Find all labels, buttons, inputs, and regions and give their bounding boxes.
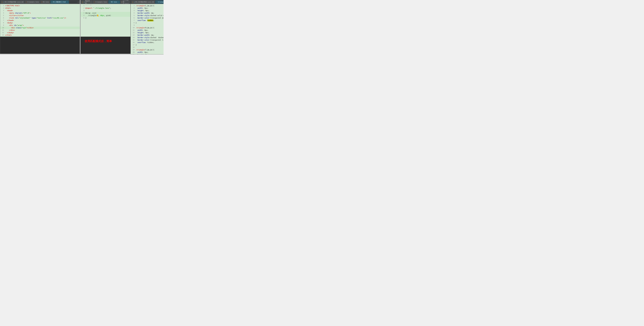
less-icon-bl: □ [156, 1, 157, 3]
code-line-7: 7 </head> [0, 19, 80, 22]
bl-line-3: 3 height: 0px; [131, 9, 164, 12]
bl-line-16: 16 overflow: hidden; [131, 41, 164, 44]
tab-html-top-right[interactable]: □ 03_匹配模式.html [120, 0, 130, 4]
window-controls-tl: — □ [77, 1, 79, 3]
code-line-2: 2 <html> [0, 7, 80, 9]
tab-close-html[interactable]: ✕ [67, 1, 68, 3]
middle-annotation-text: 使用匹配模式后，简单 [84, 39, 126, 43]
md-icon-bl: ★ [134, 1, 135, 3]
less-icon-tr2: □ [110, 1, 110, 3]
md-icon: ★ [4, 1, 4, 3]
bl-line-13: 13 border-width: @w; [131, 34, 164, 36]
bottom-left-code-editor: 1 .triangle(L,@w,@c){ 2 width: 0px; 3 he… [131, 4, 164, 54]
less-icon-tr: □ [94, 1, 95, 3]
bl-line-14: 14 border-style:dashed dashed dashed sol… [131, 36, 164, 39]
top-left-panel: ★ 03_CSS预处理器-Less.md □ triangle.less □ 0… [0, 0, 80, 54]
tr-line-3: 3 [80, 9, 130, 12]
top-right-panel: ★ 03_CSS预处理器-Less.md □ triangle.less □ 0… [80, 0, 130, 54]
bl-line-18: 18 [131, 46, 164, 49]
bl-line-2: 2 width: 0px; [131, 7, 164, 9]
bl-line-17: 17 } [131, 44, 164, 46]
bl-line-9: 9 [131, 24, 164, 26]
md-icon-tr: ★ [84, 1, 84, 3]
bl-line-6: 6 border-color:transparent @c transparen… [131, 17, 164, 19]
code-line-6: 6 <link rel="stylesheet" type="text/css"… [0, 17, 80, 19]
code-line-10: 10 <div class="sjx"></div> [0, 26, 80, 29]
html-icon: □ [52, 1, 52, 3]
code-line-1: 1 <!DOCTYPE html> [0, 4, 80, 7]
tr-line-2: 2 @import "./triangle.less"; [80, 7, 130, 9]
bl-line-8: 8 } [131, 22, 164, 24]
tab-triangle-top-right[interactable]: □ triangle.less [93, 0, 108, 4]
bl-line-1: 1 .triangle(L,@w,@c){ [131, 4, 164, 7]
main-container: ★ 03_CSS预处理器-Less.md □ triangle.less □ 0… [0, 0, 164, 54]
less-icon-2: □ [42, 1, 42, 3]
bl-line-5: 5 border-style:dashed solid dashed dashe… [131, 14, 164, 17]
bl-line-10: 10 .triangle(R,@w,@c){ [131, 26, 164, 29]
tab-html-top-left[interactable]: □ 03_匹配模式.html ✕ [50, 0, 69, 4]
bottom-row: ★ 03_CSS预处理器-Less.md □ triangle.less ✕ □… [130, 0, 164, 54]
bl-line-4: 4 border-width: @w; [131, 12, 164, 14]
tab-md-bl[interactable]: ★ 03_CSS预处理器-Less.md [131, 0, 155, 4]
tab-md-top-right[interactable]: ★ 03_CSS预处理器-Less.md [81, 0, 92, 4]
top-right-tab-bar: ★ 03_CSS预处理器-Less.md □ triangle.less □ 0… [80, 0, 130, 4]
top-row: ★ 03_CSS预处理器-Less.md □ triangle.less □ 0… [0, 0, 130, 54]
html-icon-tr: □ [122, 1, 122, 3]
tab-close-03less-tr[interactable]: ✕ [118, 1, 119, 3]
tab-triangle-bl[interactable]: □ triangle.less ✕ [155, 0, 164, 4]
tab-triangle-less-top-left[interactable]: □ triangle.less [25, 0, 40, 4]
bl-line-20: 20 width: 0px; [131, 51, 164, 53]
tab-md-top-left[interactable]: ★ 03_CSS预处理器-Less.md [1, 0, 24, 4]
bottom-left-panel: ★ 03_CSS预处理器-Less.md □ triangle.less ✕ □… [130, 0, 164, 54]
top-left-code-editor: 1 <!DOCTYPE html> 2 <html> 3 <head> 4 <m… [0, 4, 80, 37]
code-line-14: 14 [0, 36, 80, 37]
bl-line-21: 21 height: 0px; [131, 53, 164, 54]
tab-03less-top-right[interactable]: □ 03.less ✕ [108, 0, 120, 4]
code-line-4: 4 <meta charset="UTF-8"> [0, 12, 80, 14]
code-line-3: 3 <head> [0, 9, 80, 12]
code-line-11: 11 </div> [0, 29, 80, 31]
code-line-8: 8 <body> [0, 22, 80, 24]
less-icon: □ [26, 1, 27, 3]
tr-line-4: 4 #wrap .sjx{ [80, 12, 130, 14]
bl-line-7: 7 overflow: hidden; [131, 19, 164, 22]
code-line-9: 9 <div id="wrap"> [0, 24, 80, 26]
tr-line-5: 5 .triangle(R, 40px, pink) [80, 14, 130, 17]
bottom-left-editor-wrapper: 1 .triangle(L,@w,@c){ 2 width: 0px; 3 he… [131, 4, 164, 54]
bl-line-15: 15 border-color:transparent transparent … [131, 39, 164, 41]
bl-line-12: 12 height: 0px; [131, 31, 164, 34]
tab-03less-top-left[interactable]: □ 03.less [40, 0, 50, 4]
tr-line-6: 6 } [80, 17, 130, 19]
code-line-12: 12 </body> [0, 31, 80, 34]
code-line-13: 13 </html> [0, 34, 80, 36]
top-annotation: 使用匹配模式后，简单 [80, 37, 130, 46]
bl-line-11: 11 width: 0px; [131, 29, 164, 31]
bottom-left-tab-bar: ★ 03_CSS预处理器-Less.md □ triangle.less ✕ □… [131, 0, 164, 4]
top-left-tab-bar: ★ 03_CSS预处理器-Less.md □ triangle.less □ 0… [0, 0, 80, 4]
bl-line-19: 19 .triangle(T,@w,@c){ [131, 49, 164, 51]
code-line-5: 5 <title></title> [0, 14, 80, 17]
top-right-code-editor: 1 2 @import "./triangle.less"; 3 4 #wrap… [80, 4, 130, 37]
